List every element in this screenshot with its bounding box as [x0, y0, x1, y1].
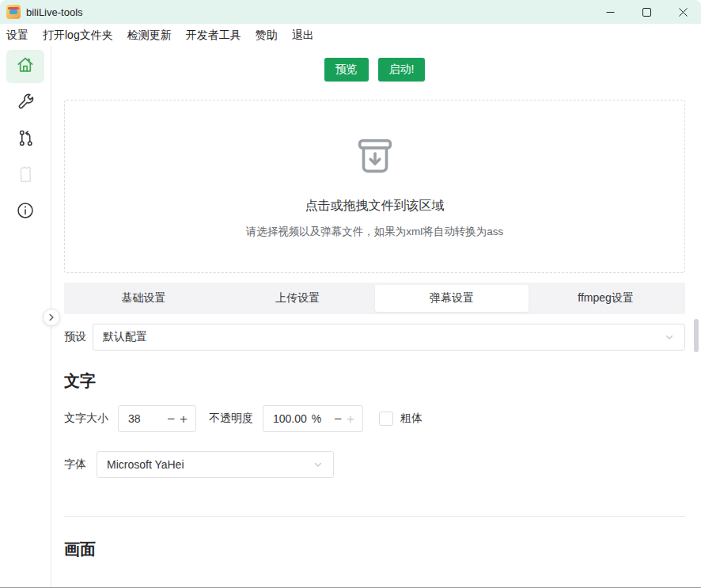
menu-item-sponsor[interactable]: 赞助: [248, 24, 285, 46]
decrement-button[interactable]: −: [334, 412, 342, 426]
preview-button[interactable]: 预览: [324, 58, 369, 82]
increment-button-disabled[interactable]: +: [347, 412, 354, 426]
decrement-button[interactable]: −: [167, 412, 175, 426]
close-icon: [679, 8, 688, 17]
info-icon: [16, 201, 35, 223]
sidebar-item-home[interactable]: [6, 50, 44, 83]
content-area: 预览 启动! 点击或拖拽文件到该区域 请选择视频以及弹幕文件，如果为xml将自动…: [51, 46, 701, 587]
title-bar: biliLive-tools: [0, 0, 701, 24]
settings-tabs: 基础设置 上传设置 弹幕设置 ffmpeg设置: [64, 283, 685, 314]
sidebar-expand-button[interactable]: [43, 309, 60, 326]
tab-basic-settings[interactable]: 基础设置: [66, 285, 221, 312]
preset-label: 预设: [64, 330, 86, 344]
opacity-suffix: %: [312, 412, 321, 425]
app-logo-icon: [6, 5, 21, 19]
bold-label: 粗体: [400, 412, 422, 426]
section-title-text: 文字: [64, 370, 685, 392]
file-dropzone[interactable]: 点击或拖拽文件到该区域 请选择视频以及弹幕文件，如果为xml将自动转换为ass: [64, 100, 685, 273]
font-family-label: 字体: [64, 457, 86, 472]
sidebar-item-convert[interactable]: [6, 123, 44, 156]
menu-item-devtools[interactable]: 开发者工具: [179, 24, 248, 46]
minimize-button[interactable]: [592, 0, 628, 24]
menu-item-settings[interactable]: 设置: [6, 24, 36, 46]
font-size-value: 38: [128, 412, 141, 425]
opacity-stepper: − +: [326, 412, 354, 426]
preset-select[interactable]: 默认配置: [93, 324, 685, 351]
maximize-button[interactable]: [628, 0, 665, 24]
tab-upload-settings[interactable]: 上传设置: [221, 285, 375, 312]
font-row: 字体 Microsoft YaHei: [64, 451, 685, 478]
preset-row: 预设 默认配置: [64, 324, 685, 351]
home-icon: [15, 55, 36, 78]
start-button[interactable]: 启动!: [378, 58, 426, 82]
sidebar-item-tools[interactable]: [6, 86, 44, 119]
clip-icon: [15, 162, 36, 189]
menu-item-open-log-folder[interactable]: 打开log文件夹: [36, 24, 120, 46]
sidebar-item-about[interactable]: [6, 195, 44, 229]
action-buttons: 预览 启动!: [64, 58, 685, 82]
main-area: 预览 启动! 点击或拖拽文件到该区域 请选择视频以及弹幕文件，如果为xml将自动…: [0, 46, 701, 587]
sidebar-item-clip[interactable]: [6, 159, 44, 192]
font-size-stepper: − +: [159, 412, 188, 426]
font-size-label: 文字大小: [64, 412, 108, 426]
chevron-down-icon: [313, 459, 324, 470]
tab-danmaku-settings[interactable]: 弹幕设置: [375, 285, 529, 312]
maximize-icon: [642, 8, 651, 17]
minimize-icon: [606, 8, 615, 17]
font-family-select[interactable]: Microsoft YaHei: [97, 451, 334, 478]
archive-download-icon: [352, 135, 398, 184]
opacity-input[interactable]: 100.00 % − +: [263, 405, 363, 432]
tab-ffmpeg-settings[interactable]: ffmpeg设置: [529, 285, 683, 312]
window-title: biliLive-tools: [26, 6, 83, 18]
text-fields-row: 文字大小 38 − + 不透明度 100.00 % − +: [64, 405, 685, 432]
section-title-screen: 画面: [64, 538, 685, 560]
menu-item-check-update[interactable]: 检测更新: [120, 24, 179, 46]
chevron-right-icon: [47, 310, 55, 324]
app-window: biliLive-tools 设置 打开log文件夹 检测更新 开发者工具 赞助…: [0, 0, 701, 588]
opacity-value: 100.00: [273, 412, 307, 425]
wrench-icon: [16, 92, 36, 115]
chevron-down-icon: [664, 332, 675, 343]
dropzone-title: 点击或拖拽文件到该区域: [305, 198, 445, 214]
font-family-value: Microsoft YaHei: [107, 458, 184, 471]
menu-bar: 设置 打开log文件夹 检测更新 开发者工具 赞助 退出: [0, 24, 701, 46]
dropzone-subtitle: 请选择视频以及弹幕文件，如果为xml将自动转换为ass: [246, 225, 504, 239]
section-divider: [64, 516, 685, 517]
vertical-scrollbar[interactable]: [694, 319, 699, 352]
bold-checkbox[interactable]: [379, 412, 393, 426]
opacity-label: 不透明度: [209, 412, 253, 426]
increment-button[interactable]: +: [180, 412, 188, 426]
close-button[interactable]: [665, 0, 701, 24]
font-size-input[interactable]: 38 − +: [118, 405, 196, 432]
preset-select-value: 默认配置: [103, 330, 147, 344]
git-compare-icon: [16, 128, 36, 151]
menu-item-exit[interactable]: 退出: [285, 24, 321, 46]
